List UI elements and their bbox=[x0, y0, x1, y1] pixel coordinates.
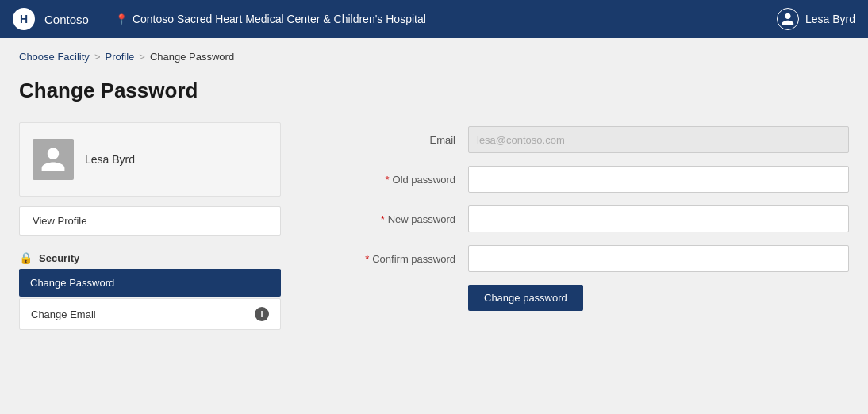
confirm-password-input[interactable] bbox=[468, 245, 849, 272]
email-input[interactable] bbox=[468, 126, 849, 153]
lock-icon: 🔒 bbox=[19, 251, 33, 264]
breadcrumb-sep-1: > bbox=[94, 51, 101, 63]
facility-name: Contoso Sacred Heart Medical Center & Ch… bbox=[133, 13, 426, 25]
new-password-input[interactable] bbox=[468, 205, 849, 232]
confirm-password-label: *Confirm password bbox=[328, 253, 455, 265]
app-logo: H bbox=[13, 8, 35, 30]
required-star: * bbox=[385, 174, 389, 186]
content-area: Change Password Lesa Byrd View Profile 🔒… bbox=[19, 79, 849, 330]
sidebar-item-change-password[interactable]: Change Password bbox=[19, 269, 281, 297]
change-password-nav-label: Change Password bbox=[30, 277, 114, 289]
security-label: Security bbox=[39, 252, 79, 264]
breadcrumb-profile[interactable]: Profile bbox=[105, 51, 134, 63]
required-star-2: * bbox=[381, 213, 385, 225]
security-section-header: 🔒 Security bbox=[19, 245, 281, 269]
old-password-row: *Old password bbox=[328, 166, 849, 193]
header-facility: 📍 Contoso Sacred Heart Medical Center & … bbox=[115, 13, 426, 25]
app-name: Contoso bbox=[44, 13, 89, 26]
sidebar-user-name: Lesa Byrd bbox=[85, 153, 135, 166]
email-row: Email bbox=[328, 126, 849, 153]
old-password-input[interactable] bbox=[468, 166, 849, 193]
breadcrumb-current: Change Password bbox=[150, 51, 234, 63]
header: H Contoso 📍 Contoso Sacred Heart Medical… bbox=[0, 0, 868, 38]
change-password-button[interactable]: Change password bbox=[468, 285, 583, 311]
confirm-password-row: *Confirm password bbox=[328, 245, 849, 272]
page-title: Change Password bbox=[19, 79, 281, 103]
breadcrumb-choose-facility[interactable]: Choose Facility bbox=[19, 51, 90, 63]
breadcrumb-sep-2: > bbox=[139, 51, 145, 63]
new-password-row: *New password bbox=[328, 205, 849, 232]
sidebar: Change Password Lesa Byrd View Profile 🔒… bbox=[19, 79, 281, 330]
required-star-3: * bbox=[365, 253, 369, 265]
header-user-name: Lesa Byrd bbox=[805, 13, 855, 25]
header-divider bbox=[102, 10, 102, 29]
avatar bbox=[33, 139, 74, 180]
view-profile-button[interactable]: View Profile bbox=[19, 206, 281, 236]
form-area: Email *Old password *New password bbox=[328, 79, 849, 330]
user-avatar-icon bbox=[777, 8, 799, 30]
email-label: Email bbox=[328, 134, 455, 146]
change-email-info-icon: i bbox=[255, 307, 269, 321]
pin-icon: 📍 bbox=[115, 13, 128, 25]
old-password-label: *Old password bbox=[328, 174, 455, 186]
new-password-label: *New password bbox=[328, 213, 455, 225]
submit-row: Change password bbox=[328, 285, 849, 311]
breadcrumb: Choose Facility > Profile > Change Passw… bbox=[19, 51, 849, 63]
header-right: Lesa Byrd bbox=[777, 8, 855, 30]
header-left: H Contoso 📍 Contoso Sacred Heart Medical… bbox=[13, 8, 426, 30]
change-email-nav-label: Change Email bbox=[31, 309, 96, 320]
sidebar-item-change-email[interactable]: Change Email i bbox=[19, 298, 281, 330]
user-card: Lesa Byrd bbox=[19, 122, 281, 197]
main-wrapper: Choose Facility > Profile > Change Passw… bbox=[0, 38, 868, 414]
